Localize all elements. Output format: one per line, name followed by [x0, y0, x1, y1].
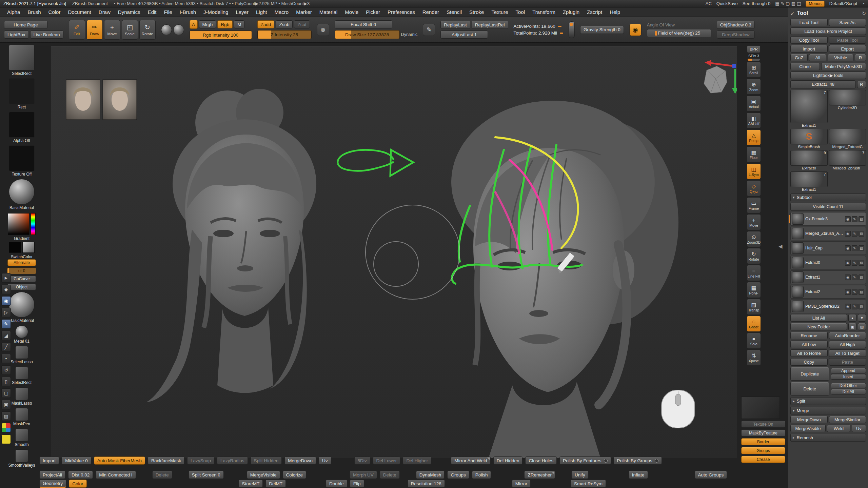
menu-item[interactable]: Brush [24, 7, 44, 17]
lightbox-tools-button[interactable]: Lightbox▶Tools [790, 72, 866, 79]
visibility-icon[interactable]: ◉ [1, 296, 11, 306]
subtool-paint-icon[interactable] [859, 274, 864, 280]
window-icon[interactable]: ◫ [797, 1, 801, 6]
palette-button[interactable]: Uv [319, 456, 331, 465]
menu-item[interactable]: Document [64, 7, 95, 17]
quickpick-brush[interactable]: SelectLasso [11, 346, 33, 364]
menu-item[interactable]: Movie [341, 7, 362, 17]
groups-button[interactable]: Groups [741, 447, 785, 454]
menu-item[interactable]: Picker [362, 7, 384, 17]
palette-button[interactable]: Flip [350, 480, 364, 488]
rotate-mode-button[interactable]: ↻ Rotate [139, 20, 156, 40]
palette-button[interactable]: Polish [472, 471, 491, 479]
cucurve-button[interactable]: CuCurve [7, 276, 36, 282]
tool-thumb-extract1[interactable]: 7 Extract1 [790, 90, 828, 127]
border-button[interactable]: Border [741, 438, 785, 445]
menu-item[interactable]: Dynamics [114, 7, 144, 17]
menus-button[interactable]: Menus [806, 1, 825, 7]
adjust-last-slider[interactable]: AdjustLast 1 [440, 30, 488, 39]
chat-icon[interactable]: ▢ [1, 388, 11, 398]
palette-button[interactable]: ProjectAll [39, 471, 65, 479]
quickpick-brush[interactable]: SmoothValleys [8, 449, 35, 468]
quickpick-material[interactable]: BasicMaterial [9, 292, 35, 323]
gravity-widget[interactable] [569, 21, 575, 38]
palette-button[interactable]: Resolution 128 [408, 480, 445, 488]
subtool-visibility-icon[interactable] [845, 245, 851, 251]
tool-thumb-simplebrush[interactable]: S SimpleBrush [790, 129, 828, 149]
list-all-button[interactable]: List All [790, 314, 847, 322]
menu-item[interactable]: Stroke [466, 7, 488, 17]
object-button[interactable]: Object [7, 284, 36, 290]
live-boolean-button[interactable]: Live Boolean [30, 30, 63, 39]
subtool-paint-icon[interactable] [859, 289, 864, 295]
quicksave-button[interactable]: QuickSave [716, 1, 738, 6]
weld-button[interactable]: Weld [827, 425, 850, 432]
duplicate-button[interactable]: Duplicate [790, 367, 829, 381]
preview-sphere-icon-2[interactable] [173, 24, 184, 35]
subtool-visibility-icon[interactable] [845, 304, 851, 309]
quickpick-brush[interactable]: MaskPen [13, 408, 30, 426]
palette-button[interactable]: LazyRadius [217, 456, 248, 465]
actual-size-icon[interactable]: ▣ Actual [747, 96, 761, 111]
current-material-slot[interactable]: BasicMaterial [9, 179, 35, 210]
camera-icon[interactable]: ▣ [1, 400, 11, 409]
subtool-row[interactable]: Ox-Female3 [790, 212, 866, 226]
obj-shadow-slider[interactable]: ObjShadow 0.3 [717, 21, 755, 29]
mask-by-feature-button[interactable]: MaskByFeature [741, 429, 785, 436]
zoom-3d-icon[interactable]: ⊙ Zoom3D [747, 231, 761, 247]
subtool-sculpt-icon[interactable] [852, 289, 857, 295]
tool-thumb-cylinder3d[interactable]: Cylinder3D [829, 90, 866, 127]
subtool-sculpt-icon[interactable] [852, 304, 857, 309]
floor-grid-icon[interactable]: ▦ Floor [747, 146, 761, 162]
palette-button[interactable]: Auto Groups [695, 471, 727, 479]
current-tool-r-button[interactable]: R [857, 81, 866, 88]
zoom-icon[interactable]: ⊕ Zoom [747, 79, 761, 95]
spix-slider[interactable]: SPix 3 [748, 54, 760, 61]
pen-icon[interactable]: ╱ [1, 342, 11, 352]
palette-button[interactable]: Smart ReSym [571, 480, 606, 488]
home-page-button[interactable]: Home Page [4, 21, 47, 29]
palette-button[interactable]: Mirror [512, 480, 531, 488]
draw-size-icon[interactable]: ⊚ [317, 24, 329, 36]
texture-preview[interactable] [741, 396, 780, 419]
cursor-icon[interactable]: ▷ [1, 308, 11, 317]
subtool-section-header[interactable]: Subtool [790, 194, 866, 201]
clone-button[interactable]: Clone [790, 63, 820, 70]
quickpick-material[interactable]: Metal 01 [14, 325, 29, 344]
palette-button[interactable]: Min Connected I [96, 471, 136, 479]
merge-down-button[interactable]: MergeDown [790, 416, 828, 423]
palette-button[interactable]: StoreMT [239, 480, 263, 488]
z-intensity-slider[interactable]: Z Intensity 25 [257, 30, 312, 39]
tool-thumb-extract0[interactable]: 9 Extract0 [790, 150, 828, 170]
texture-on-button[interactable]: Texture On [741, 421, 785, 428]
subtool-visibility-icon[interactable] [845, 231, 851, 237]
lightbox-button[interactable]: LightBox [4, 30, 29, 39]
menu-item[interactable]: J-Modeling [200, 7, 232, 17]
pencil-icon[interactable]: ✎ [1, 319, 11, 329]
paste-tool-button[interactable]: Paste Tool [829, 36, 866, 44]
main-color-swatch[interactable] [9, 242, 21, 253]
scroll-icon[interactable]: ⊞ Scroll [747, 62, 761, 78]
palette-button[interactable]: Double [326, 480, 347, 488]
palette-button[interactable]: DynaMesh [416, 471, 445, 479]
merge-section-header[interactable]: Merge [790, 407, 866, 414]
frame-icon[interactable]: ▭ Frame [747, 197, 761, 213]
palette-button[interactable]: Inflate [629, 471, 648, 479]
rename-button[interactable]: Rename [790, 332, 828, 339]
palette-button[interactable]: Delete [152, 471, 172, 479]
preview-sphere-icon-1[interactable] [161, 24, 172, 35]
palette-button[interactable]: ZRemesher [524, 471, 555, 479]
panel-collapse-icon[interactable]: ◀ [778, 243, 783, 249]
palette-button[interactable]: Del Higher [403, 456, 431, 465]
dot-icon[interactable]: • [1, 354, 11, 363]
palette-button[interactable]: Split Hidden [251, 456, 282, 465]
del-all-button[interactable]: Del All [831, 389, 866, 394]
select-arrow-icon[interactable]: ► [1, 273, 11, 283]
subtool-row[interactable]: Extract1 [790, 270, 866, 284]
yellow-swatch[interactable] [1, 434, 11, 444]
pen-icon[interactable]: ✎ [781, 1, 784, 6]
angle-of-view-camera-icon[interactable]: ◉ [629, 24, 642, 36]
copy-tool-button[interactable]: Copy Tool [790, 36, 828, 44]
note-icon[interactable]: ▤ [1, 411, 11, 421]
split-section-header[interactable]: Split [790, 397, 866, 405]
